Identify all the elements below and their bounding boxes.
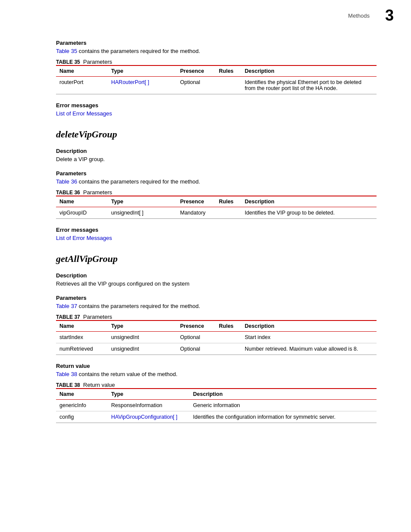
cell-rules: [215, 332, 241, 343]
section-delete-vip-group: deleteVipGroup Description Delete a VIP …: [56, 129, 377, 241]
description-text-3: Retrieves all the VIP groups configured …: [56, 280, 377, 287]
table37-label: TABLE 37 Parameters: [56, 314, 377, 320]
th-presence: Presence: [177, 196, 215, 207]
chapter-number: 3: [385, 8, 394, 23]
th-name: Name: [56, 320, 108, 332]
th-name: Name: [56, 196, 108, 207]
return-value-label: Return value: [56, 363, 377, 369]
table-38: Name Type Description genericInfo Respon…: [56, 388, 377, 423]
cell-presence: Mandatory: [177, 207, 215, 219]
th-name: Name: [56, 389, 108, 400]
cell-name: config: [56, 411, 108, 423]
type-link[interactable]: HAVipGroupConfiguration[ ]: [111, 414, 177, 420]
error-messages-label-1: Error messages: [56, 102, 377, 109]
cell-desc: Identifies the configuration information…: [190, 411, 377, 423]
th-rules: Rules: [215, 196, 241, 207]
table-35: Name Type Presence Rules Description rou…: [56, 65, 377, 94]
cell-type: HAVipGroupConfiguration[ ]: [108, 411, 190, 423]
cell-desc: Identifies the physical Ethernet port to…: [241, 77, 377, 94]
th-name: Name: [56, 65, 108, 77]
table37-link[interactable]: Table 37: [56, 303, 77, 309]
parameters-intro-1: Table 35 contains the parameters require…: [56, 48, 377, 54]
error-messages-1: Error messages List of Error Messages: [56, 102, 377, 117]
section-get-all-vip-group: getAllVipGroup Description Retrieves all…: [56, 253, 377, 423]
table-header-row: Name Type Presence Rules Description: [56, 196, 377, 207]
cell-type: ResponseInformation: [108, 400, 190, 411]
parameters-intro-2: Table 36 contains the parameters require…: [56, 178, 377, 185]
cell-presence: Optional: [177, 77, 215, 94]
th-desc: Description: [190, 389, 377, 400]
cell-name: routerPort: [56, 77, 108, 94]
cell-rules: [215, 343, 241, 355]
cell-desc: Identifies the VIP group to be deleted.: [241, 207, 377, 219]
table35-label: TABLE 35 Parameters: [56, 59, 377, 65]
error-messages-link-2[interactable]: List of Error Messages: [56, 235, 112, 241]
table-header-row: Name Type Presence Rules Description: [56, 320, 377, 332]
table-row: startIndex unsignedInt Optional Start in…: [56, 332, 377, 343]
cell-type: unsignedInt[ ]: [108, 207, 177, 219]
parameters-label-1: Parameters: [56, 40, 377, 46]
table38-label: TABLE 38 Return value: [56, 382, 377, 388]
cell-name: startIndex: [56, 332, 108, 343]
cell-presence: Optional: [177, 343, 215, 355]
cell-type: unsignedInt: [108, 332, 177, 343]
table36-label: TABLE 36 Parameters: [56, 189, 377, 196]
cell-name: numRetrieved: [56, 343, 108, 355]
th-type: Type: [108, 320, 177, 332]
th-presence: Presence: [177, 320, 215, 332]
th-type: Type: [108, 196, 177, 207]
page-container: Methods 3 Parameters Table 35 contains t…: [0, 0, 411, 532]
table-36: Name Type Presence Rules Description vip…: [56, 196, 377, 219]
error-messages-label-2: Error messages: [56, 227, 377, 233]
th-desc: Description: [241, 320, 377, 332]
table35-link[interactable]: Table 35: [56, 48, 77, 54]
cell-desc: Number retrieved. Maximum value allowed …: [241, 343, 377, 355]
th-type: Type: [108, 65, 177, 77]
page-header: Methods 3: [0, 0, 411, 28]
section-delete-router-port: Parameters Table 35 contains the paramet…: [56, 40, 377, 117]
method-title-delete-vip-group: deleteVipGroup: [56, 129, 377, 140]
description-label-3: Description: [56, 272, 377, 279]
cell-rules: [215, 207, 241, 219]
error-messages-link-1[interactable]: List of Error Messages: [56, 110, 112, 117]
parameters-intro-3: Table 37 contains the parameters require…: [56, 303, 377, 309]
table-row: config HAVipGroupConfiguration[ ] Identi…: [56, 411, 377, 423]
cell-type: unsignedInt: [108, 343, 177, 355]
method-title-get-all-vip-group: getAllVipGroup: [56, 253, 377, 264]
table-row: vipGroupID unsignedInt[ ] Mandatory Iden…: [56, 207, 377, 219]
section-name: Methods: [348, 12, 370, 19]
header-right: Methods 3: [348, 8, 394, 23]
description-label-2: Description: [56, 148, 377, 154]
table-header-row: Name Type Description: [56, 389, 377, 400]
error-messages-2: Error messages List of Error Messages: [56, 227, 377, 241]
cell-desc: Start index: [241, 332, 377, 343]
th-desc: Description: [241, 65, 377, 77]
table-header-row: Name Type Presence Rules Description: [56, 65, 377, 77]
cell-presence: Optional: [177, 332, 215, 343]
cell-name: genericInfo: [56, 400, 108, 411]
table-row: routerPort HARouterPort[ ] Optional Iden…: [56, 77, 377, 94]
parameters-label-2: Parameters: [56, 170, 377, 177]
main-content: Parameters Table 35 contains the paramet…: [0, 28, 411, 444]
cell-name: vipGroupID: [56, 207, 108, 219]
cell-desc: Generic information: [190, 400, 377, 411]
description-text-2: Delete a VIP group.: [56, 156, 377, 162]
th-rules: Rules: [215, 320, 241, 332]
th-presence: Presence: [177, 65, 215, 77]
table-row: numRetrieved unsignedInt Optional Number…: [56, 343, 377, 355]
cell-rules: [215, 77, 241, 94]
th-type: Type: [108, 389, 190, 400]
parameters-label-3: Parameters: [56, 295, 377, 301]
table-row: genericInfo ResponseInformation Generic …: [56, 400, 377, 411]
th-desc: Description: [241, 196, 377, 207]
table36-link[interactable]: Table 36: [56, 178, 77, 185]
table-37: Name Type Presence Rules Description sta…: [56, 320, 377, 355]
th-rules: Rules: [215, 65, 241, 77]
type-link[interactable]: HARouterPort[ ]: [111, 79, 149, 85]
return-value-intro: Table 38 contains the return value of th…: [56, 371, 377, 377]
cell-type: HARouterPort[ ]: [108, 77, 177, 94]
table38-link[interactable]: Table 38: [56, 371, 77, 377]
